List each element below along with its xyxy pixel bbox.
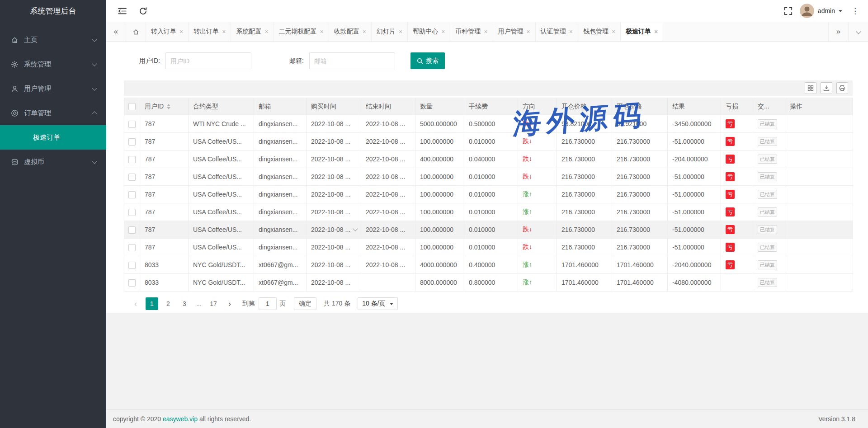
cell-user-id: 8033 <box>140 274 189 292</box>
export-button[interactable] <box>821 82 832 94</box>
page-button-2[interactable]: 2 <box>162 297 175 310</box>
tabs-scroll-left-icon[interactable]: « <box>106 22 126 41</box>
cell-status: 已结算 <box>753 203 785 221</box>
tab-item[interactable]: 幻灯片× <box>372 22 408 41</box>
close-icon[interactable]: × <box>612 28 615 35</box>
row-checkbox[interactable] <box>128 121 136 128</box>
cell-open-price: 1701.460000 <box>557 256 612 274</box>
home-icon <box>11 36 19 44</box>
sort-icons[interactable] <box>167 104 170 109</box>
cell-contract: USA Coffee/US... <box>189 186 254 203</box>
tab-item[interactable]: 认证管理× <box>536 22 578 41</box>
search-button[interactable]: 搜索 <box>410 52 445 69</box>
chevron-down-icon[interactable] <box>353 226 358 231</box>
row-checkbox[interactable] <box>128 226 136 234</box>
tab-item[interactable]: 帮助中心× <box>408 22 450 41</box>
close-icon[interactable]: × <box>484 28 487 35</box>
row-checkbox[interactable] <box>128 156 136 163</box>
sidebar-item-home[interactable]: 主页 <box>0 28 106 52</box>
tab-item[interactable]: 转入订单× <box>146 22 189 41</box>
close-icon[interactable]: × <box>320 28 324 35</box>
cell-fee: 0.400000 <box>464 256 518 274</box>
close-icon[interactable]: × <box>264 28 268 35</box>
tab-label: 认证管理 <box>541 28 566 36</box>
status-badge: 已结算 <box>758 119 777 128</box>
print-icon <box>839 85 845 91</box>
page-button-1[interactable]: 1 <box>146 297 158 310</box>
prev-page-button[interactable]: ‹ <box>129 297 142 310</box>
row-checkbox[interactable] <box>128 262 136 269</box>
cell-loss: 亏 <box>721 186 753 203</box>
more-menu-icon[interactable]: ⋮ <box>849 6 861 16</box>
cell-status: 已结算 <box>753 274 785 292</box>
row-checkbox[interactable] <box>128 174 136 181</box>
tab-home[interactable] <box>126 22 146 41</box>
tab-item[interactable]: 收款配置× <box>329 22 372 41</box>
jump-confirm-button[interactable]: 确定 <box>294 297 316 310</box>
sidebar-collapse-icon[interactable] <box>118 7 127 15</box>
tab-active[interactable]: 极速订单× <box>621 22 663 41</box>
close-icon[interactable]: × <box>399 28 402 35</box>
cell-quantity: 8000.000000 <box>415 274 464 292</box>
column-header[interactable]: 用户ID <box>140 98 189 115</box>
sidebar-item-gear[interactable]: 系统管理 <box>0 52 106 76</box>
cell-user-id: 787 <box>140 115 189 133</box>
user-id-input[interactable] <box>165 52 251 69</box>
cell-contract: USA Coffee/US... <box>189 239 254 256</box>
fullscreen-icon[interactable] <box>784 7 793 15</box>
cell-quantity: 100.000000 <box>415 239 464 256</box>
orders-card: 用户ID: 邮箱: 搜索 <box>106 42 868 313</box>
tab-item[interactable]: 钱包管理× <box>578 22 621 41</box>
cell-buy-time: 2022-10-08 ... <box>307 151 361 168</box>
close-icon[interactable]: × <box>363 28 366 35</box>
row-checkbox[interactable] <box>128 209 136 216</box>
user-menu[interactable]: admin <box>800 4 842 18</box>
cell-status: 已结算 <box>753 151 785 168</box>
select-all-checkbox[interactable] <box>128 103 136 110</box>
status-badge: 已结算 <box>758 190 777 199</box>
tabs-scroll-right-icon[interactable]: » <box>828 22 848 41</box>
page-size-select[interactable]: 10 条/页 <box>358 297 397 310</box>
row-checkbox[interactable] <box>128 279 136 287</box>
close-icon[interactable]: × <box>569 28 573 35</box>
jump-page-input[interactable] <box>259 297 277 310</box>
status-badge: 已结算 <box>758 155 777 164</box>
tab-item[interactable]: 用户管理× <box>493 22 536 41</box>
orders-table: 用户ID合约类型邮箱购买时间结束时间数量手续费方向开仓价格平仓价格结果亏损交..… <box>124 98 853 292</box>
refresh-icon[interactable] <box>139 7 147 15</box>
row-checkbox[interactable] <box>128 191 136 198</box>
sidebar-item-order[interactable]: 订单管理 <box>0 101 106 125</box>
tab-item[interactable]: 二元期权配置× <box>274 22 329 41</box>
cell-status: 已结算 <box>753 168 785 186</box>
column-header: 手续费 <box>464 98 518 115</box>
cell-result: -51.000000 <box>668 221 721 239</box>
search-form: 用户ID: 邮箱: 搜索 <box>124 52 868 69</box>
cell-actions <box>785 186 853 203</box>
close-icon[interactable]: × <box>654 28 658 35</box>
row-checkbox[interactable] <box>128 244 136 251</box>
cell-loss: 亏 <box>721 221 753 239</box>
close-icon[interactable]: × <box>527 28 530 35</box>
sidebar-item-coin[interactable]: 虚拟币 <box>0 150 106 174</box>
next-page-button[interactable]: › <box>223 297 236 310</box>
sidebar-subitem-active[interactable]: 极速订单 <box>0 125 106 150</box>
page-button-17[interactable]: 17 <box>207 297 220 310</box>
close-icon[interactable]: × <box>222 28 226 35</box>
columns-grid-button[interactable] <box>805 82 816 94</box>
close-icon[interactable]: × <box>179 28 183 35</box>
tab-item[interactable]: 币种管理× <box>450 22 493 41</box>
row-checkbox[interactable] <box>128 138 136 146</box>
page-button-3[interactable]: 3 <box>178 297 191 310</box>
cell-end-time: 2022-10-08 ... <box>361 115 415 133</box>
tabs-menu-icon[interactable] <box>848 22 868 41</box>
tab-item[interactable]: 系统配置× <box>231 22 274 41</box>
footer-link[interactable]: easyweb.vip <box>163 415 198 423</box>
close-icon[interactable]: × <box>441 28 445 35</box>
cell-status: 已结算 <box>753 221 785 239</box>
sidebar-item-user[interactable]: 用户管理 <box>0 76 106 101</box>
email-input[interactable] <box>309 52 395 69</box>
column-label: 平仓价格 <box>617 103 642 110</box>
tab-item[interactable]: 转出订单× <box>189 22 231 41</box>
print-button[interactable] <box>836 82 848 94</box>
direction-down: 跌↓ <box>523 120 532 127</box>
